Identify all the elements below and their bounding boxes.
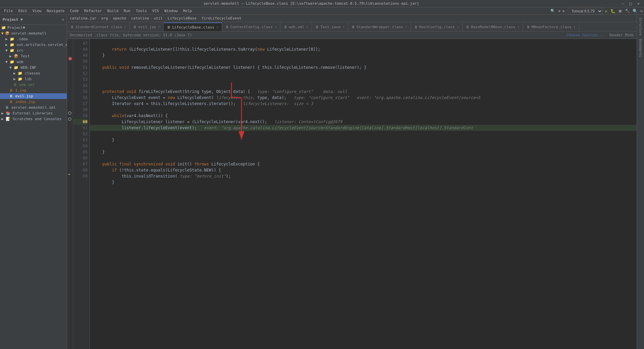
run-btn[interactable]: ▶ — [605, 9, 608, 13]
breadcrumb: catalina.jar › org › apache › catalina ›… — [67, 15, 637, 22]
close-testjava-btn[interactable]: × — [342, 25, 344, 29]
window-controls[interactable]: – □ × — [620, 1, 641, 7]
menu-vcs[interactable]: VCS — [150, 8, 162, 14]
tree-item-lib[interactable]: ▶ 📁 lib — [0, 76, 67, 82]
close-basemodelmbean-btn[interactable]: × — [517, 25, 519, 29]
tab-eviljsp[interactable]: 🗎 evil.jsp × — [130, 22, 164, 31]
menu-tools[interactable]: Tools — [133, 8, 150, 14]
close-contextconfig-btn[interactable]: × — [275, 25, 277, 29]
toolbar-search-icon[interactable]: 🔍 — [550, 9, 555, 13]
tab-basemodelmbean[interactable]: 🗎 BaseModelMBean.class × — [463, 22, 523, 31]
sidebar-toolbar: Project ▼ ⚙ — [0, 15, 67, 25]
right-tab-bookmarks[interactable]: Bookmarks — [638, 38, 643, 58]
tree-item-out-artifacts[interactable]: ▶ 📁 out.artifacts.servlet_memshel — [0, 42, 67, 48]
tree-item-idea[interactable]: ▶ 📁 .idea — [0, 36, 67, 42]
reader-mode-btn[interactable]: Reader Mode — [609, 33, 634, 37]
tab-hostconfig[interactable]: 🗎 HostConfig.class × — [411, 22, 463, 31]
project-panel-title: Project ▼ — [1, 17, 24, 22]
tree-item-classes[interactable]: ▶ 📁 classes — [0, 70, 67, 76]
file-tabs: 🗎 StandardContext.class × 🗎 evil.jsp × 🗎… — [67, 22, 637, 32]
close-standardwrapper-btn[interactable]: × — [405, 25, 407, 29]
close-standardcontext-btn[interactable]: × — [124, 25, 126, 29]
right-edge-sidebar: Structure Bookmarks — [637, 15, 644, 349]
close-lifecyclebase-btn[interactable]: × — [216, 26, 218, 29]
close-mbeanfactory-btn[interactable]: × — [574, 25, 576, 29]
stop-btn[interactable]: ⏹ — [618, 9, 622, 13]
tab-mbeanfactory[interactable]: 🗎 MBeanFactory.class × — [523, 22, 579, 31]
code-area: → 47 48 49 50 51 52 53 54 55 56 57 58 59 — [67, 39, 637, 349]
servlet-memshell-folder-icon: ▼ — [1, 31, 4, 36]
title-bar: servlet-memshell – LifecycleBase.class [… — [0, 0, 644, 7]
settings-icon[interactable]: ⚙ — [640, 9, 643, 13]
tree-item-external-libs[interactable]: ▶ 📚 External Libraries — [0, 110, 67, 116]
menu-window[interactable]: Window — [162, 8, 180, 14]
toolbar-forward-icon[interactable]: ▶ — [563, 9, 565, 13]
project-folder-icon: 📁 — [1, 26, 6, 30]
editor-content: Decompiled .class file, bytecode version… — [67, 32, 637, 349]
main-layout: Project ▼ ⚙ 📁 Project▼ ▼ 📦 servlet-memsh… — [0, 15, 644, 349]
choose-sources-btn[interactable]: Choose Sources... — [567, 33, 604, 37]
close-eviljsp-btn[interactable]: × — [158, 25, 160, 29]
menu-navigate[interactable]: Navigate — [44, 8, 67, 14]
menu-refactor[interactable]: Refactor — [82, 8, 105, 14]
close-webxml-btn[interactable]: × — [306, 25, 308, 29]
tab-contextconfig[interactable]: 🗎 ContextConfig.class × — [222, 22, 280, 31]
tree-item-iml[interactable]: 🗎 servlet-memshell.iml — [0, 105, 67, 110]
tree-item-servlet-memshell[interactable]: ▼ 📦 servlet-memshell — [0, 31, 67, 36]
close-btn[interactable]: × — [636, 1, 641, 7]
search-everywhere-icon[interactable]: 🔍 — [633, 9, 638, 13]
tree-item-1jsp[interactable]: 🗎 1.jsp — [0, 88, 67, 93]
build-btn[interactable]: 🔨 — [625, 9, 630, 13]
tree-item-eviljsp[interactable]: 🗎 evil.jsp — [0, 93, 67, 99]
tab-testjava[interactable]: 🗎 Test.java × — [312, 22, 348, 31]
minimize-btn[interactable]: – — [620, 1, 626, 7]
toolbar-back-icon[interactable]: ◀ — [558, 9, 560, 13]
tree-item-test[interactable]: ▶ 📦 Test — [0, 53, 67, 59]
project-sidebar: Project ▼ ⚙ 📁 Project▼ ▼ 📦 servlet-memsh… — [0, 15, 67, 349]
menu-file[interactable]: File — [1, 8, 16, 14]
right-tab-structure[interactable]: Structure — [638, 16, 643, 37]
run-config-selector[interactable]: Tomcat 8.5.79 — [568, 8, 603, 14]
tab-lifecyclebase[interactable]: 🗎 LifecycleBase.class × — [164, 22, 222, 31]
tab-webxml[interactable]: 🗎 web.xml × — [280, 22, 312, 31]
tree-item-web[interactable]: ▼ 📁 web — [0, 59, 67, 65]
sidebar-gear-icon[interactable]: ⚙ — [60, 17, 65, 22]
tree-item-scratches[interactable]: ▶ 📝 Scratches and Consoles — [0, 116, 67, 122]
menu-view[interactable]: View — [30, 8, 44, 14]
menu-bar: File Edit View Navigate Code Refactor Bu… — [0, 7, 644, 15]
tree-item-webxml[interactable]: 🗎 web.xml — [0, 82, 67, 88]
tab-standardcontext[interactable]: 🗎 StandardContext.class × — [67, 22, 130, 31]
tree-item-indexjsp[interactable]: 🗎 index.jsp — [0, 99, 67, 105]
decompiled-notice: Decompiled .class file, bytecode version… — [67, 32, 637, 39]
menu-help[interactable]: Help — [180, 8, 195, 14]
menu-run[interactable]: Run — [121, 8, 133, 14]
tree-item-webinf[interactable]: ▼ 📁 WEB-INF — [0, 65, 67, 70]
maximize-btn[interactable]: □ — [628, 1, 634, 7]
close-hostconfig-btn[interactable]: × — [457, 25, 459, 29]
tree-item-src[interactable]: ▼ 📁 src — [0, 48, 67, 53]
menu-code[interactable]: Code — [67, 8, 82, 14]
tab-standardwrapper[interactable]: 🗎 StandardWrapper.class × — [348, 22, 411, 31]
menu-edit[interactable]: Edit — [16, 8, 30, 14]
code-editor[interactable]: return (LifecycleListener[])this.lifecyc… — [90, 39, 637, 349]
debug-btn[interactable]: 🐛 — [610, 9, 615, 13]
editor-area: catalina.jar › org › apache › catalina ›… — [67, 15, 637, 349]
menu-build[interactable]: Build — [105, 8, 121, 14]
tree-item-project[interactable]: 📁 Project▼ — [0, 25, 67, 31]
file-tree: 📁 Project▼ ▼ 📦 servlet-memshell ▶ 📁 .ide… — [0, 25, 67, 349]
line-numbers: 47 48 49 50 51 52 53 54 55 56 57 58 59 6… — [73, 39, 90, 349]
window-title: servlet-memshell – LifecycleBase.class [… — [3, 1, 620, 6]
